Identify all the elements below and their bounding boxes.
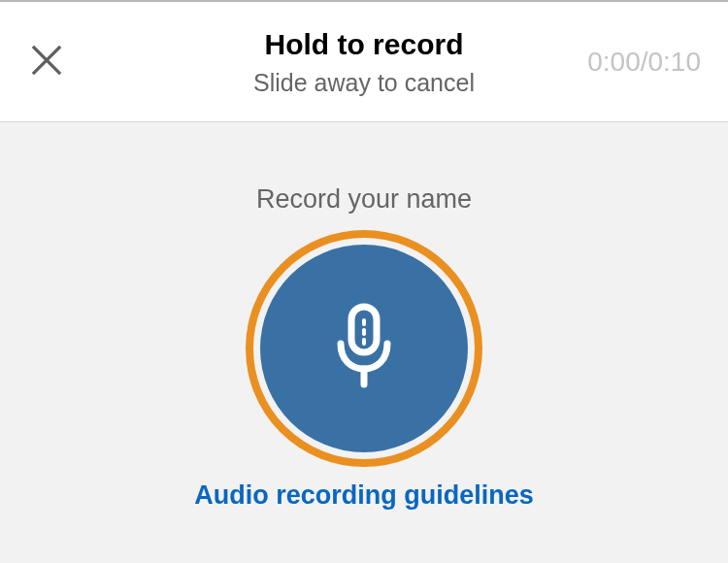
record-button[interactable] bbox=[246, 230, 482, 467]
header-title: Hold to record bbox=[253, 27, 475, 62]
recording-timer: 0:00/0:10 bbox=[587, 47, 701, 78]
header-subtitle: Slide away to cancel bbox=[253, 68, 475, 97]
close-button[interactable] bbox=[27, 43, 66, 82]
audio-guidelines-link[interactable]: Audio recording guidelines bbox=[194, 480, 534, 511]
microphone-icon bbox=[328, 303, 400, 394]
header-bar: Hold to record Slide away to cancel 0:00… bbox=[0, 0, 728, 122]
record-prompt: Record your name bbox=[0, 184, 728, 215]
close-icon bbox=[29, 43, 64, 81]
record-button-inner bbox=[260, 245, 468, 452]
header-center: Hold to record Slide away to cancel bbox=[253, 27, 475, 97]
content-area: Record your name Audio recording guideli… bbox=[0, 122, 728, 563]
